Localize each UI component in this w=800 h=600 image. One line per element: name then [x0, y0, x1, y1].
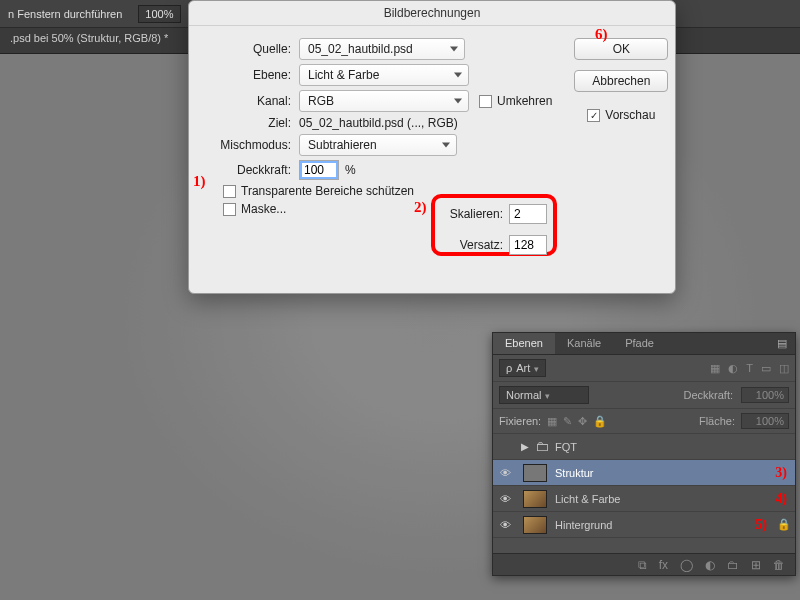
- layer-thumbnail: [523, 516, 547, 534]
- layer-label: Ebene:: [201, 68, 291, 82]
- offset-label: Versatz:: [443, 238, 503, 252]
- blend-mode-select[interactable]: Normal: [499, 386, 589, 404]
- target-value: 05_02_hautbild.psd (..., RGB): [299, 116, 458, 130]
- folder-icon: 🗀: [535, 438, 549, 456]
- options-text: n Fenstern durchführen: [8, 8, 122, 20]
- layer-group-fqt[interactable]: ▶ 🗀 FQT: [493, 434, 795, 460]
- mask-label: Maske...: [241, 202, 286, 216]
- visibility-toggle[interactable]: 👁: [493, 493, 517, 505]
- preserve-label: Transparente Bereiche schützen: [241, 184, 414, 198]
- lock-all-icon[interactable]: 🔒: [593, 415, 607, 428]
- preserve-transparency-checkbox[interactable]: Transparente Bereiche schützen: [223, 184, 414, 198]
- lock-transparent-icon[interactable]: ▦: [547, 415, 557, 428]
- fill-value[interactable]: 100%: [741, 413, 789, 429]
- invert-label: Umkehren: [497, 94, 552, 108]
- fill-label: Fläche:: [699, 415, 735, 427]
- visibility-toggle[interactable]: 👁: [493, 467, 517, 479]
- apply-image-dialog: Bildberechnungen Quelle: 05_02_hautbild.…: [188, 0, 676, 294]
- filter-adjust-icon[interactable]: ◐: [728, 362, 738, 375]
- annotation-1: 1): [193, 173, 206, 190]
- filter-pixel-icon[interactable]: ▦: [710, 362, 720, 375]
- panel-opacity-label: Deckkraft:: [683, 389, 733, 401]
- target-label: Ziel:: [201, 116, 291, 130]
- layer-style-icon[interactable]: fx: [659, 558, 668, 572]
- disclosure-triangle-icon[interactable]: ▶: [521, 441, 529, 452]
- adjustment-layer-icon[interactable]: ◐: [705, 558, 715, 572]
- offset-input[interactable]: [509, 235, 547, 255]
- channel-label: Kanal:: [201, 94, 291, 108]
- mask-checkbox[interactable]: Maske...: [223, 202, 286, 216]
- layer-hintergrund[interactable]: 👁 Hintergrund 5) 🔒: [493, 512, 795, 538]
- tab-layers[interactable]: Ebenen: [493, 333, 555, 354]
- blend-select[interactable]: Subtrahieren: [299, 134, 457, 156]
- tab-channels[interactable]: Kanäle: [555, 333, 613, 354]
- filter-smart-icon[interactable]: ◫: [779, 362, 789, 375]
- layers-panel: Ebenen Kanäle Pfade ▤ ρArt ▦ ◐ T ▭ ◫ Nor…: [492, 332, 796, 576]
- new-layer-icon[interactable]: ⊞: [751, 558, 761, 572]
- filter-type-icon[interactable]: T: [746, 362, 753, 375]
- layer-thumbnail: [523, 464, 547, 482]
- layer-thumbnail: [523, 490, 547, 508]
- lock-position-icon[interactable]: ✥: [578, 415, 587, 428]
- new-group-icon[interactable]: 🗀: [727, 558, 739, 572]
- scale-input[interactable]: [509, 204, 547, 224]
- link-layers-icon[interactable]: ⧉: [638, 558, 647, 572]
- filter-shape-icon[interactable]: ▭: [761, 362, 771, 375]
- lock-image-icon[interactable]: ✎: [563, 415, 572, 428]
- scale-label: Skalieren:: [443, 207, 503, 221]
- lock-icon: 🔒: [773, 518, 795, 531]
- invert-checkbox[interactable]: Umkehren: [479, 94, 552, 108]
- cancel-button[interactable]: Abbrechen: [574, 70, 668, 92]
- delete-layer-icon[interactable]: 🗑: [773, 558, 785, 572]
- annotation-5: 5): [755, 517, 767, 533]
- annotation-6: 6): [595, 26, 608, 43]
- dialog-title: Bildberechnungen: [189, 1, 675, 26]
- layer-struktur[interactable]: 👁 Struktur 3): [493, 460, 795, 486]
- layer-list: ▶ 🗀 FQT 👁 Struktur 3) 👁 Licht & Farbe 4)…: [493, 434, 795, 538]
- channel-select[interactable]: RGB: [299, 90, 469, 112]
- layer-select[interactable]: Licht & Farbe: [299, 64, 469, 86]
- source-label: Quelle:: [201, 42, 291, 56]
- preview-label: Vorschau: [605, 108, 655, 122]
- annotation-4: 4): [775, 491, 787, 507]
- layer-licht-farbe[interactable]: 👁 Licht & Farbe 4): [493, 486, 795, 512]
- annotation-3: 3): [775, 465, 787, 481]
- blend-label: Mischmodus:: [201, 138, 291, 152]
- ok-button[interactable]: OK: [574, 38, 668, 60]
- filter-kind-select[interactable]: ρArt: [499, 359, 546, 377]
- zoom-level[interactable]: 100%: [138, 5, 180, 23]
- lock-label: Fixieren:: [499, 415, 541, 427]
- source-select[interactable]: 05_02_hautbild.psd: [299, 38, 465, 60]
- preview-checkbox[interactable]: ✓ Vorschau: [587, 108, 655, 122]
- panel-opacity-value[interactable]: 100%: [741, 387, 789, 403]
- visibility-toggle[interactable]: 👁: [493, 519, 517, 531]
- panel-menu-icon[interactable]: ▤: [769, 333, 795, 354]
- opacity-input[interactable]: [299, 160, 339, 180]
- annotation-2: 2): [414, 199, 427, 216]
- opacity-unit: %: [345, 163, 356, 177]
- opacity-label: Deckkraft:: [201, 163, 291, 177]
- layer-mask-icon[interactable]: ◯: [680, 558, 693, 572]
- tab-paths[interactable]: Pfade: [613, 333, 666, 354]
- layers-footer: ⧉ fx ◯ ◐ 🗀 ⊞ 🗑: [493, 553, 795, 575]
